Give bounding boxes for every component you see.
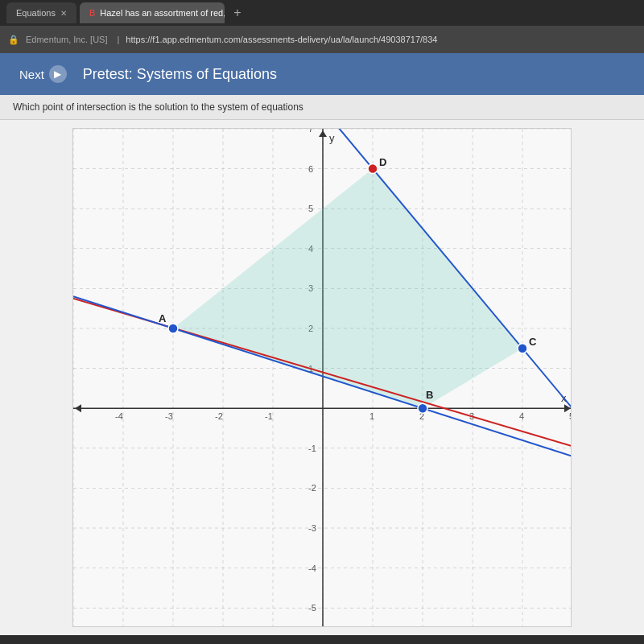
- next-arrow-icon: ▶: [49, 65, 67, 83]
- coordinate-graph: [73, 129, 572, 627]
- tab-equations-close[interactable]: ✕: [60, 9, 67, 18]
- tab-hazel-label: Hazel has an assortment of red,: [100, 8, 225, 18]
- lock-icon: 🔒: [8, 35, 19, 45]
- next-label: Next: [19, 68, 44, 81]
- question-text: Which point of intersection is the solut…: [13, 101, 303, 113]
- tab-bar: Equations ✕ B Hazel has an assortment of…: [0, 0, 644, 26]
- page-title: Pretest: Systems of Equations: [83, 66, 277, 83]
- address-separator: |: [117, 35, 119, 44]
- graph-container: [0, 120, 644, 635]
- address-url[interactable]: https://f1.app.edmentum.com/assessments-…: [126, 35, 636, 44]
- tab-hazel-icon: B: [89, 8, 95, 18]
- graph-wrapper: [72, 128, 572, 627]
- tab-equations[interactable]: Equations ✕: [6, 2, 76, 23]
- browser-chrome: Equations ✕ B Hazel has an assortment of…: [0, 0, 644, 53]
- tab-add-button[interactable]: +: [228, 3, 247, 23]
- question-area: Which point of intersection is the solut…: [0, 95, 644, 120]
- tab-hazel[interactable]: B Hazel has an assortment of red, ✕: [80, 2, 225, 23]
- tab-equations-label: Equations: [16, 8, 56, 18]
- address-bar: 🔒 Edmentum, Inc. [US] | https://f1.app.e…: [0, 26, 644, 53]
- app-header: Next ▶ Pretest: Systems of Equations: [0, 53, 644, 95]
- site-name: Edmentum, Inc. [US]: [26, 35, 107, 44]
- next-button[interactable]: Next ▶: [13, 62, 73, 86]
